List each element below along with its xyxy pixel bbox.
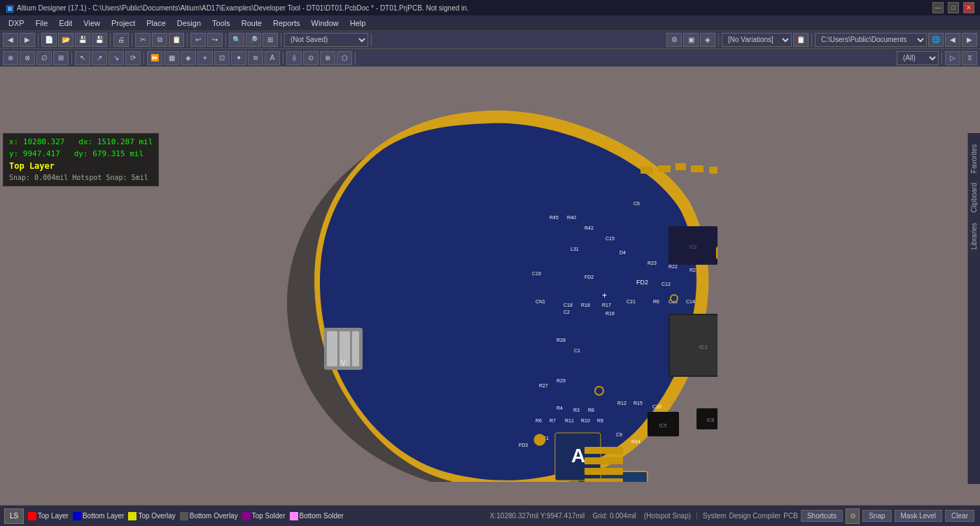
menu-dxp[interactable]: DXP: [3, 18, 30, 29]
svg-text:R6: R6: [653, 299, 659, 304]
svg-text:R40: R40: [567, 215, 576, 220]
tb2-5[interactable]: ↖: [75, 51, 90, 65]
menu-view[interactable]: View: [78, 18, 106, 29]
svg-text:R8: R8: [588, 408, 594, 413]
menu-window[interactable]: Window: [306, 18, 344, 29]
titlebar-controls[interactable]: — □ ✕: [932, 2, 974, 13]
tb2-17[interactable]: ⟠: [286, 51, 302, 65]
tb-r4[interactable]: 🌐: [928, 33, 944, 47]
tb2-4[interactable]: ⊞: [53, 51, 69, 65]
tb-save-all[interactable]: 💾: [92, 33, 107, 47]
layer-top-overlay[interactable]: Top Overlay: [128, 512, 175, 520]
layer-name: Top Layer: [9, 160, 153, 172]
tb2-18[interactable]: ⊙: [303, 51, 318, 65]
top-layer-label: Top Layer: [38, 512, 69, 520]
tb-redo[interactable]: ↪: [207, 33, 223, 47]
tb-var-icon[interactable]: 📋: [793, 33, 808, 47]
top-layer-dot: [28, 512, 36, 520]
menu-place[interactable]: Place: [141, 18, 172, 29]
layer-bottom-overlay[interactable]: Bottom Overlay: [180, 512, 238, 520]
menu-project[interactable]: Project: [106, 18, 141, 29]
tb-undo[interactable]: ↩: [190, 33, 206, 47]
menu-design[interactable]: Design: [172, 18, 206, 29]
tb-zoom-in[interactable]: 🔍: [229, 33, 244, 47]
tb-copy[interactable]: ⧉: [152, 33, 167, 47]
tb-zoom-out[interactable]: 🔎: [246, 33, 261, 47]
tb-print[interactable]: 🖨: [113, 33, 129, 47]
tb2-1[interactable]: ⊕: [3, 51, 18, 65]
tb-save[interactable]: 💾: [75, 33, 90, 47]
right-tab-favorites[interactable]: Favorites: [969, 140, 979, 177]
tb-r1[interactable]: ⚙: [666, 33, 682, 47]
layer-bottom-solder[interactable]: Bottom Solder: [290, 512, 344, 520]
menu-route[interactable]: Route: [236, 18, 267, 29]
tb-sep7: [371, 34, 372, 46]
layer-bottom[interactable]: Bottom Layer: [73, 512, 124, 520]
tb2-9[interactable]: ⏩: [147, 51, 162, 65]
svg-text:IC2: IC2: [690, 244, 697, 249]
tb-forward[interactable]: ▶: [20, 33, 35, 47]
tb-r2[interactable]: ▣: [683, 33, 699, 47]
tb2-12[interactable]: ⌖: [197, 51, 213, 65]
svg-text:R4: R4: [556, 406, 563, 410]
right-tab-libraries[interactable]: Libraries: [969, 219, 979, 254]
system-label: System: [703, 512, 726, 520]
titlebar-text: Altium Designer (17.1) - C:\Users\Public…: [17, 4, 469, 12]
maximize-button[interactable]: □: [948, 2, 959, 13]
menu-tools[interactable]: Tools: [206, 18, 236, 29]
svg-text:R2: R2: [690, 268, 696, 272]
menu-file[interactable]: File: [30, 18, 54, 29]
tb2-r1[interactable]: ▷: [945, 51, 960, 65]
tb-open[interactable]: 📂: [58, 33, 74, 47]
mask-level-button[interactable]: Mask Level: [895, 510, 943, 522]
status-icon1[interactable]: ⚙: [846, 508, 860, 524]
layer-top-solder[interactable]: Top Solder: [242, 512, 286, 520]
tb-paste[interactable]: 📋: [169, 33, 184, 47]
status-right: X:10280.327mil Y:9947.417mil Grid: 0.004…: [479, 508, 980, 524]
all-dropdown[interactable]: (All): [897, 51, 939, 65]
tb-r6[interactable]: ▶: [962, 33, 977, 47]
tb-new[interactable]: 📄: [41, 33, 57, 47]
tb2-11[interactable]: ◈: [181, 51, 196, 65]
tb-r3[interactable]: ◈: [700, 33, 715, 47]
menu-help[interactable]: Help: [344, 18, 372, 29]
close-button[interactable]: ✕: [963, 2, 974, 13]
canvas-area[interactable]: ⑂ IC1 IC2 IC3: [0, 67, 980, 505]
ls-button[interactable]: LS: [4, 508, 24, 524]
tb2-3[interactable]: ∅: [36, 51, 52, 65]
svg-text:C6: C6: [634, 201, 640, 206]
shortcuts-button[interactable]: Shortcuts: [801, 510, 843, 522]
right-tab-clipboard[interactable]: Clipboard: [969, 179, 979, 217]
tb2-8[interactable]: ⟳: [125, 51, 141, 65]
menu-reports[interactable]: Reports: [267, 18, 306, 29]
tb2-16[interactable]: A: [265, 51, 280, 65]
tb2-13[interactable]: ⊡: [214, 51, 230, 65]
minimize-button[interactable]: —: [932, 2, 944, 13]
menu-edit[interactable]: Edit: [53, 18, 78, 29]
no-variations-dropdown[interactable]: [No Variations]: [722, 33, 792, 47]
tb2-19[interactable]: ⊕: [320, 51, 335, 65]
snap-button[interactable]: Snap: [862, 510, 891, 522]
tb2-r2[interactable]: ⧖: [962, 51, 977, 65]
tb-cut[interactable]: ✂: [135, 33, 150, 47]
tb-zoom-fit[interactable]: ⊞: [262, 33, 278, 47]
tb2-20[interactable]: ⬡: [337, 51, 352, 65]
not-saved-dropdown[interactable]: (Not Saved): [284, 33, 368, 47]
tb2-6[interactable]: ↗: [92, 51, 107, 65]
design-compiler-label: Design Compiler: [729, 512, 780, 520]
tb2-15[interactable]: ≋: [248, 51, 263, 65]
layer-top[interactable]: Top Layer: [28, 512, 69, 520]
path-dropdown[interactable]: C:\Users\Public\Documents: [815, 33, 927, 47]
tb-sep3: [132, 34, 132, 46]
clear-button[interactable]: Clear: [945, 510, 974, 522]
tb2-2[interactable]: ⊗: [20, 51, 35, 65]
svg-text:C15: C15: [606, 236, 615, 241]
svg-text:FD2: FD2: [584, 275, 594, 279]
tb2-10[interactable]: ▦: [164, 51, 179, 65]
tb2-7[interactable]: ↘: [108, 51, 124, 65]
svg-text:R17: R17: [602, 303, 611, 307]
tb2-14[interactable]: ✦: [231, 51, 246, 65]
tb-r5[interactable]: ◀: [945, 33, 960, 47]
tb-back[interactable]: ◀: [3, 33, 18, 47]
svg-text:R11: R11: [565, 418, 574, 423]
